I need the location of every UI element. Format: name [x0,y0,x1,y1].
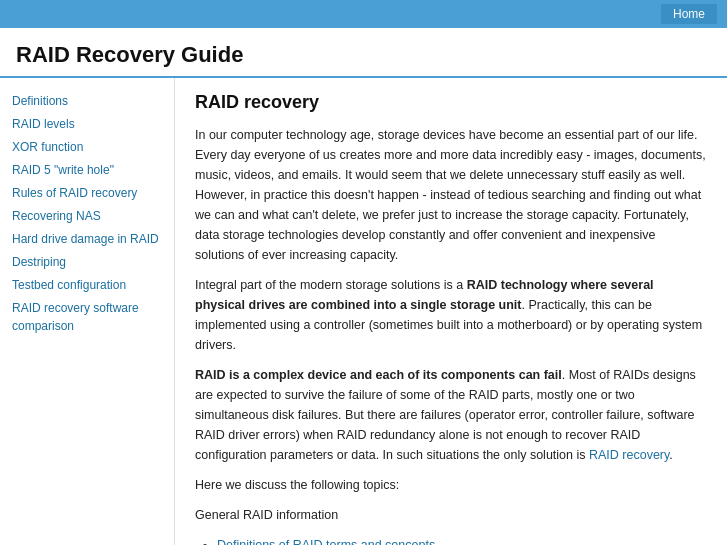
main-content: RAID recovery In our computer technology… [175,78,727,545]
general-link[interactable]: Definitions of RAID terms and concepts. [217,538,439,545]
paragraph-2: Integral part of the modern storage solu… [195,275,707,355]
sidebar-link[interactable]: RAID recovery software comparison [12,299,162,335]
main-heading: RAID recovery [195,92,707,113]
raid-recovery-link[interactable]: RAID recovery [589,448,669,462]
general-links-list: Definitions of RAID terms and concepts.R… [195,535,707,545]
sidebar: DefinitionsRAID levelsXOR functionRAID 5… [0,78,175,545]
sidebar-link[interactable]: Definitions [12,92,162,110]
sidebar-link[interactable]: RAID 5 "write hole" [12,161,162,179]
page-title: RAID Recovery Guide [0,28,727,78]
top-bar: Home [0,0,727,28]
sidebar-link[interactable]: Testbed configuration [12,276,162,294]
layout: DefinitionsRAID levelsXOR functionRAID 5… [0,78,727,545]
sidebar-link[interactable]: Hard drive damage in RAID [12,230,162,248]
sidebar-link[interactable]: Recovering NAS [12,207,162,225]
general-label: General RAID information [195,505,707,525]
list-item: Definitions of RAID terms and concepts. [217,535,707,545]
paragraph-3: RAID is a complex device and each of its… [195,365,707,465]
sidebar-link[interactable]: Rules of RAID recovery [12,184,162,202]
bold-raid-tech: RAID technology where several physical d… [195,278,654,312]
paragraph-1: In our computer technology age, storage … [195,125,707,265]
home-button[interactable]: Home [661,4,717,24]
sidebar-link[interactable]: Destriping [12,253,162,271]
paragraph-4: Here we discuss the following topics: [195,475,707,495]
sidebar-link[interactable]: RAID levels [12,115,162,133]
sidebar-link[interactable]: XOR function [12,138,162,156]
bold-raid-complex: RAID is a complex device and each of its… [195,368,562,382]
